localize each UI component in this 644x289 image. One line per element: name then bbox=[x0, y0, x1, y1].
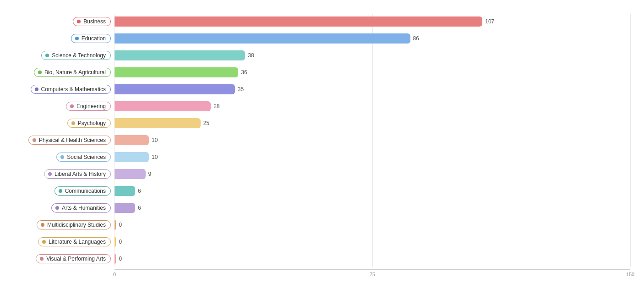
label-area: Education bbox=[14, 34, 115, 43]
bar-container: 0 bbox=[115, 237, 630, 247]
bar bbox=[115, 254, 116, 264]
label-area: Bio, Nature & Agricultural bbox=[14, 68, 115, 77]
grid-line bbox=[630, 14, 631, 267]
label-dot bbox=[77, 20, 81, 23]
bar-container: 0 bbox=[115, 254, 630, 264]
bar-value-label: 0 bbox=[119, 222, 122, 228]
label-dot bbox=[55, 206, 59, 210]
bar-label: Computers & Mathematics bbox=[41, 86, 106, 93]
x-axis: 075150 bbox=[115, 269, 630, 278]
bar-label: Visual & Performing Arts bbox=[46, 256, 106, 262]
bar-container: 0 bbox=[115, 220, 630, 230]
chart-area: Business107Education86Science & Technolo… bbox=[14, 14, 630, 278]
label-area: Physical & Health Sciences bbox=[14, 136, 115, 145]
bar-row: Computers & Mathematics35 bbox=[14, 82, 630, 97]
bar-container: 86 bbox=[115, 33, 630, 44]
bar-label: Social Sciences bbox=[67, 154, 106, 160]
bar bbox=[115, 16, 482, 27]
bar-row: Business107 bbox=[14, 14, 630, 29]
bar bbox=[115, 50, 245, 60]
bar bbox=[115, 169, 146, 179]
bar bbox=[115, 203, 135, 213]
x-tick-label: 0 bbox=[113, 272, 116, 277]
bar-value-label: 10 bbox=[152, 154, 158, 160]
label-dot bbox=[41, 223, 44, 227]
label-pill: Bio, Nature & Agricultural bbox=[34, 68, 111, 77]
bar-row: Communications6 bbox=[14, 183, 630, 199]
bar bbox=[115, 186, 135, 196]
label-pill: Physical & Health Sciences bbox=[28, 136, 111, 145]
bar-row: Arts & Humanities6 bbox=[14, 200, 630, 216]
label-area: Liberal Arts & History bbox=[14, 169, 115, 179]
label-pill: Engineering bbox=[66, 102, 111, 111]
bar-container: 28 bbox=[115, 101, 630, 111]
label-dot bbox=[60, 155, 64, 159]
label-area: Social Sciences bbox=[14, 153, 115, 162]
bar-row: Multidisciplinary Studies0 bbox=[14, 217, 630, 233]
label-area: Science & Technology bbox=[14, 51, 115, 60]
label-dot bbox=[45, 54, 49, 57]
label-pill: Literature & Languages bbox=[38, 237, 111, 246]
bar-value-label: 0 bbox=[119, 239, 122, 245]
bar-value-label: 38 bbox=[248, 52, 254, 59]
label-pill: Communications bbox=[55, 186, 111, 196]
label-dot bbox=[70, 104, 74, 108]
label-area: Literature & Languages bbox=[14, 237, 115, 246]
label-dot bbox=[71, 121, 75, 125]
label-area: Visual & Performing Arts bbox=[14, 254, 115, 263]
chart-rows: Business107Education86Science & Technolo… bbox=[14, 14, 630, 267]
label-dot bbox=[42, 240, 46, 244]
bar-row: Psychology25 bbox=[14, 115, 630, 131]
bar bbox=[115, 135, 149, 145]
bar-value-label: 0 bbox=[119, 256, 122, 262]
bar bbox=[115, 101, 211, 111]
bar bbox=[115, 84, 235, 94]
bar-container: 36 bbox=[115, 67, 630, 77]
bar-value-label: 36 bbox=[241, 69, 247, 76]
label-pill: Business bbox=[73, 17, 111, 26]
x-tick-label: 75 bbox=[370, 272, 375, 277]
bar-value-label: 10 bbox=[152, 137, 158, 143]
bar-label: Communications bbox=[65, 188, 106, 194]
label-area: Multidisciplinary Studies bbox=[14, 220, 115, 229]
bar-container: 38 bbox=[115, 50, 630, 60]
bar-row: Engineering28 bbox=[14, 98, 630, 114]
bar-row: Liberal Arts & History9 bbox=[14, 166, 630, 182]
bar-container: 9 bbox=[115, 169, 630, 179]
x-tick-label: 150 bbox=[626, 272, 634, 277]
bar-label: Arts & Humanities bbox=[62, 205, 106, 211]
label-area: Communications bbox=[14, 186, 115, 196]
bar-row: Literature & Languages0 bbox=[14, 234, 630, 250]
bar-row: Social Sciences10 bbox=[14, 149, 630, 165]
bar-label: Psychology bbox=[78, 120, 106, 126]
bar-value-label: 6 bbox=[138, 188, 141, 194]
bar-label: Business bbox=[83, 18, 106, 25]
bar-value-label: 107 bbox=[485, 18, 494, 25]
bar-value-label: 9 bbox=[148, 171, 152, 177]
bar-row: Education86 bbox=[14, 31, 630, 46]
bar bbox=[115, 33, 410, 44]
label-pill: Liberal Arts & History bbox=[44, 169, 111, 179]
bar-container: 6 bbox=[115, 186, 630, 196]
bar-value-label: 28 bbox=[213, 103, 219, 109]
label-pill: Multidisciplinary Studies bbox=[37, 220, 111, 229]
bar-label: Physical & Health Sciences bbox=[39, 137, 106, 143]
bar-label: Multidisciplinary Studies bbox=[47, 222, 106, 228]
label-area: Business bbox=[14, 17, 115, 26]
bar-label: Bio, Nature & Agricultural bbox=[44, 69, 106, 76]
label-pill: Science & Technology bbox=[41, 51, 111, 60]
label-dot bbox=[75, 37, 79, 40]
label-area: Arts & Humanities bbox=[14, 203, 115, 213]
bar bbox=[115, 118, 201, 128]
bar-container: 25 bbox=[115, 118, 630, 128]
label-pill: Arts & Humanities bbox=[51, 203, 111, 213]
label-area: Engineering bbox=[14, 102, 115, 111]
bar bbox=[115, 220, 116, 230]
label-pill: Education bbox=[71, 34, 111, 43]
bar bbox=[115, 237, 116, 247]
bar-container: 10 bbox=[115, 152, 630, 162]
label-pill: Psychology bbox=[67, 119, 111, 128]
bar-value-label: 35 bbox=[238, 86, 244, 93]
bar-row: Bio, Nature & Agricultural36 bbox=[14, 65, 630, 80]
bar-row: Visual & Performing Arts0 bbox=[14, 251, 630, 267]
